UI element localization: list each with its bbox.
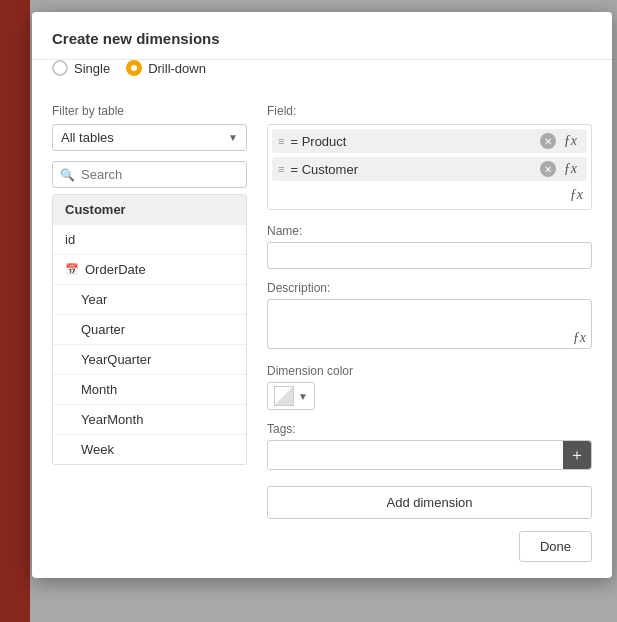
extra-fx-button[interactable]: ƒx xyxy=(272,185,587,205)
name-input[interactable] xyxy=(267,242,592,269)
description-textarea[interactable] xyxy=(267,299,592,349)
list-item-year[interactable]: Year xyxy=(53,285,246,315)
dropdown-arrow-icon: ▼ xyxy=(228,132,238,143)
dimension-color-row: Dimension color ▼ xyxy=(267,364,592,410)
description-label: Description: xyxy=(267,281,592,295)
plus-icon: ＋ xyxy=(569,445,585,466)
tags-label: Tags: xyxy=(267,422,592,436)
list-item-customer[interactable]: Customer xyxy=(53,195,246,225)
list-item-quarter[interactable]: Quarter xyxy=(53,315,246,345)
list-item-orderdate[interactable]: 📅 OrderDate xyxy=(53,255,246,285)
list-item-month[interactable]: Month xyxy=(53,375,246,405)
customer-label: Customer xyxy=(65,202,126,217)
hamburger-icon-customer: ≡ xyxy=(278,163,284,175)
field-list: Customer id 📅 OrderDate Year Quarter Yea… xyxy=(52,194,247,465)
single-radio-option[interactable]: Single xyxy=(52,60,110,76)
filter-by-table-label: Filter by table xyxy=(52,104,247,118)
drilldown-radio-label: Drill-down xyxy=(148,61,206,76)
name-label: Name: xyxy=(267,224,592,238)
color-dropdown-arrow-icon: ▼ xyxy=(298,391,308,402)
single-radio-circle[interactable] xyxy=(52,60,68,76)
orderdate-label: OrderDate xyxy=(85,262,146,277)
list-item-week[interactable]: Week xyxy=(53,435,246,464)
month-label: Month xyxy=(81,382,117,397)
description-row: Description: ƒx xyxy=(267,281,592,352)
id-label: id xyxy=(65,232,75,247)
search-icon: 🔍 xyxy=(60,168,75,182)
list-item-yearquarter[interactable]: YearQuarter xyxy=(53,345,246,375)
tags-add-button[interactable]: ＋ xyxy=(563,441,591,469)
search-wrapper: 🔍 xyxy=(52,161,247,188)
tags-input[interactable] xyxy=(268,443,563,468)
add-dimension-button[interactable]: Add dimension xyxy=(267,486,592,519)
modal-footer: Done xyxy=(32,519,612,562)
yearquarter-label: YearQuarter xyxy=(81,352,151,367)
customer-field-text: = Customer xyxy=(290,162,535,177)
customer-remove-button[interactable]: ✕ xyxy=(540,161,556,177)
list-item-yearmonth[interactable]: YearMonth xyxy=(53,405,246,435)
drilldown-radio-circle[interactable] xyxy=(126,60,142,76)
product-field-text: = Product xyxy=(290,134,535,149)
right-panel: Field: ≡ = Product ✕ ƒx ≡ = Customer ✕ ƒ… xyxy=(267,104,592,519)
tags-input-wrapper: ＋ xyxy=(267,440,592,470)
name-row: Name: xyxy=(267,224,592,269)
fields-container: ≡ = Product ✕ ƒx ≡ = Customer ✕ ƒx ƒx xyxy=(267,124,592,210)
field-section-label: Field: xyxy=(267,104,592,118)
radio-row: Single Drill-down xyxy=(32,60,612,88)
quarter-label: Quarter xyxy=(81,322,125,337)
customer-fx-button[interactable]: ƒx xyxy=(560,161,581,177)
description-fx-button[interactable]: ƒx xyxy=(573,330,586,346)
week-label: Week xyxy=(81,442,114,457)
dimension-color-label: Dimension color xyxy=(267,364,592,378)
search-input[interactable] xyxy=(52,161,247,188)
yearmonth-label: YearMonth xyxy=(81,412,143,427)
calendar-icon: 📅 xyxy=(65,263,79,276)
list-item-id[interactable]: id xyxy=(53,225,246,255)
color-picker-button[interactable]: ▼ xyxy=(267,382,315,410)
color-swatch xyxy=(274,386,294,406)
drilldown-radio-option[interactable]: Drill-down xyxy=(126,60,206,76)
tags-row: Tags: ＋ xyxy=(267,422,592,470)
left-panel: Filter by table All tables ▼ 🔍 Customer … xyxy=(52,104,247,519)
modal-title: Create new dimensions xyxy=(32,12,612,60)
single-radio-label: Single xyxy=(74,61,110,76)
field-row-product: ≡ = Product ✕ ƒx xyxy=(272,129,587,153)
field-row-customer: ≡ = Customer ✕ ƒx xyxy=(272,157,587,181)
dropdown-value: All tables xyxy=(61,130,114,145)
year-label: Year xyxy=(81,292,107,307)
hamburger-icon-product: ≡ xyxy=(278,135,284,147)
modal-body: Filter by table All tables ▼ 🔍 Customer … xyxy=(32,88,612,519)
description-wrapper: ƒx xyxy=(267,299,592,352)
filter-table-dropdown[interactable]: All tables ▼ xyxy=(52,124,247,151)
product-fx-button[interactable]: ƒx xyxy=(560,133,581,149)
product-remove-button[interactable]: ✕ xyxy=(540,133,556,149)
create-dimensions-modal: Create new dimensions Single Drill-down … xyxy=(32,12,612,578)
done-button[interactable]: Done xyxy=(519,531,592,562)
